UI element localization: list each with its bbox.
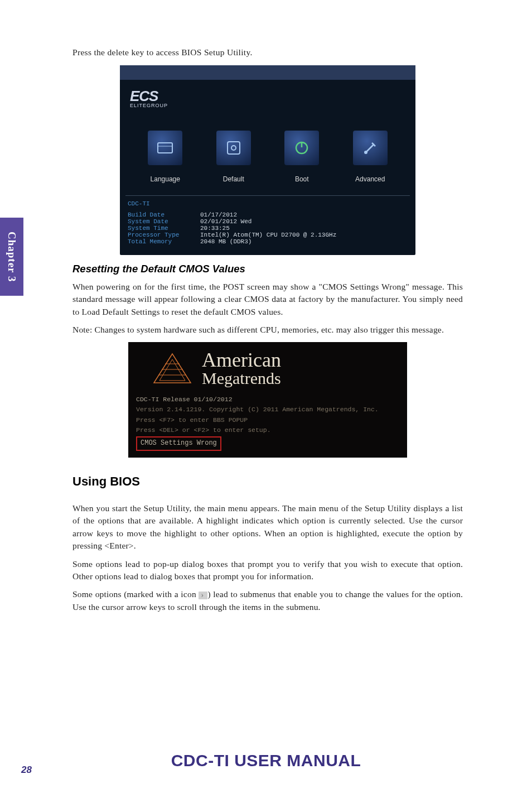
default-icon: [216, 131, 251, 165]
bios-screenshot: ECS ELITEGROUP Language Default: [120, 65, 415, 255]
submenu-icon: [199, 592, 207, 599]
bios-menu-label: Default: [203, 175, 264, 183]
ami-line-release: CDC-TI Release 01/10/2012: [136, 395, 399, 405]
bios-menu-boot: Boot: [271, 131, 332, 183]
para-reset-2: Note: Changes to system hardware such as…: [72, 324, 463, 336]
ami-cmos-wrong-box: CMOS Settings Wrong: [136, 436, 221, 450]
bios-logo-sub: ELITEGROUP: [130, 103, 405, 108]
ami-logo-icon: [153, 353, 192, 384]
para-reset-1: When powering on for the first time, the…: [72, 281, 463, 318]
bios-menu-advanced: Advanced: [340, 131, 401, 183]
bios-menu-label: Advanced: [340, 175, 401, 183]
advanced-icon: [353, 131, 388, 165]
heading-using-bios: Using BIOS: [72, 474, 463, 489]
para-using-3: Some options (marked with a icon ) lead …: [72, 588, 463, 613]
svg-rect-0: [158, 143, 172, 153]
svg-point-3: [231, 146, 236, 150]
svg-rect-2: [228, 142, 240, 154]
ami-line-f7: Press <F7> to enter BBS POPUP: [136, 415, 399, 425]
intro-line: Press the delete key to access BIOS Setu…: [72, 47, 463, 57]
bios-info-block: Build Date01/17/2012 System Date02/01/20…: [120, 207, 415, 249]
ami-name-2: Megatrends: [202, 370, 281, 387]
page-content: Press the delete key to access BIOS Setu…: [72, 47, 463, 619]
ami-line-del: Press <DEL> or <F2> to enter setup.: [136, 425, 399, 435]
bios-menu-label: Language: [134, 175, 196, 183]
para-using-1: When you start the Setup Utility, the ma…: [72, 502, 463, 552]
boot-icon: [284, 131, 319, 165]
ami-line-version: Version 2.14.1219. Copyright (C) 2011 Am…: [136, 405, 399, 415]
chapter-tab: Chapter 3: [0, 218, 23, 296]
page-number: 28: [21, 765, 32, 776]
bios-menu-default: Default: [203, 131, 264, 183]
language-icon: [148, 131, 182, 165]
ami-post-screenshot: American Megatrends CDC-TI Release 01/10…: [128, 342, 407, 458]
ami-name-1: American: [202, 350, 281, 370]
svg-point-6: [364, 151, 367, 154]
bios-model: CDC-TI: [120, 198, 415, 207]
subheading-reset-cmos: Resetting the Default CMOS Values: [72, 263, 463, 275]
bios-menu-label: Boot: [271, 175, 332, 183]
bios-menu-language: Language: [134, 131, 196, 183]
para-using-2: Some options lead to pop-up dialog boxes…: [72, 558, 463, 583]
footer-manual-title: CDC-TI USER MANUAL: [0, 751, 532, 770]
